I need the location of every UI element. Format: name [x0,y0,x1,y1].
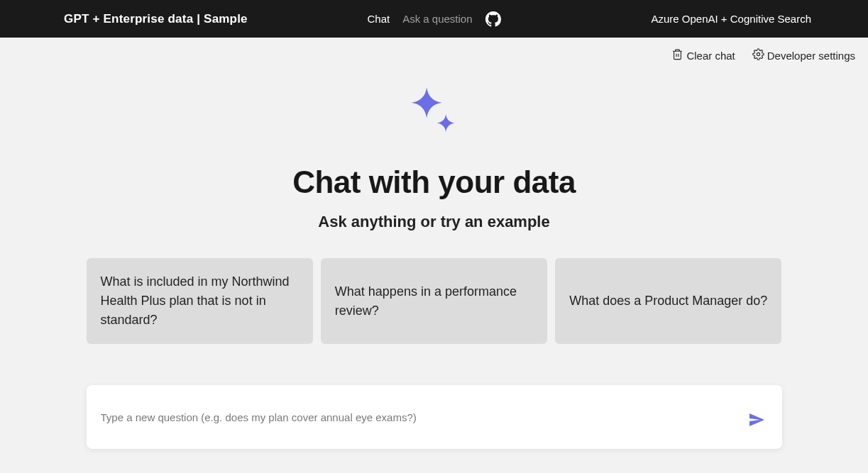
app-title: GPT + Enterprise data | Sample [14,12,248,26]
main-content: Chat with your data Ask anything or try … [0,62,868,449]
nav-ask-question[interactable]: Ask a question [402,13,472,25]
page-title: Chat with your data [292,165,576,200]
example-cards: What is included in my Northwind Health … [87,258,782,344]
nav-chat[interactable]: Chat [367,13,390,25]
sparkle-icon [402,82,466,149]
example-card-0[interactable]: What is included in my Northwind Health … [87,258,313,344]
example-card-2[interactable]: What does a Product Manager do? [555,258,781,344]
send-button[interactable] [745,408,768,433]
example-card-1[interactable]: What happens in a performance review? [321,258,547,344]
developer-settings-button[interactable]: Developer settings [752,48,855,62]
page-subtitle: Ask anything or try an example [318,213,549,231]
clear-chat-label: Clear chat [686,50,735,62]
nav-center: Chat Ask a question [367,11,500,27]
chat-input-container [87,385,782,449]
developer-settings-label: Developer settings [767,50,855,62]
trash-icon [671,48,683,62]
chat-toolbar: Clear chat Developer settings [0,38,868,62]
send-icon [748,420,765,430]
gear-icon [752,48,764,62]
chat-input[interactable] [101,411,745,423]
header-right-label: Azure OpenAI + Cognitive Search [651,13,854,25]
github-icon[interactable] [485,11,501,27]
clear-chat-button[interactable]: Clear chat [671,48,735,62]
svg-point-0 [757,52,759,55]
app-header: GPT + Enterprise data | Sample Chat Ask … [0,0,868,38]
